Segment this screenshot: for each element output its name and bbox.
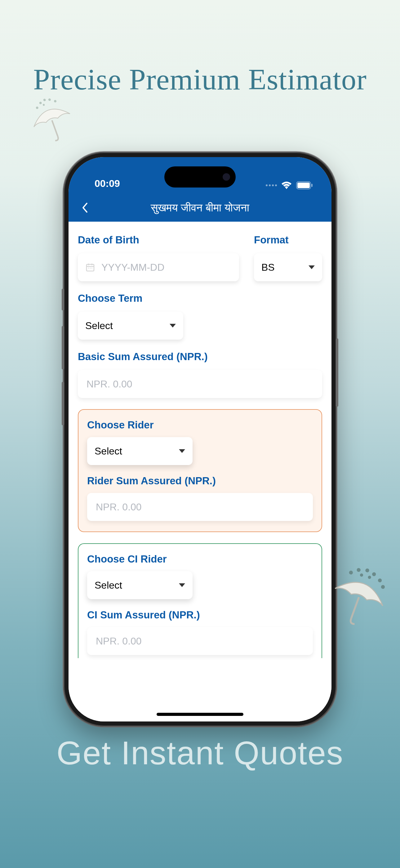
wifi-icon bbox=[281, 182, 292, 189]
rider-select[interactable]: Select bbox=[87, 437, 193, 465]
cellular-signal-icon bbox=[266, 184, 277, 186]
rider-sum-label: Rider Sum Assured (NPR.) bbox=[87, 475, 313, 487]
ci-rider-card: Choose CI Rider Select CI Sum Assured (N… bbox=[78, 543, 322, 658]
term-label: Choose Term bbox=[78, 292, 322, 304]
umbrella-decoration-icon bbox=[21, 89, 83, 151]
ci-sum-input[interactable]: NPR. 0.00 bbox=[87, 627, 313, 655]
status-time: 00:09 bbox=[85, 178, 120, 189]
rider-card: Choose Rider Select Rider Sum Assured (N… bbox=[78, 409, 322, 532]
svg-point-20 bbox=[365, 568, 370, 573]
phone-side-button bbox=[336, 338, 338, 407]
term-value: Select bbox=[85, 320, 113, 332]
format-label: Format bbox=[254, 234, 322, 246]
phone-frame: 00:09 सुखमय bbox=[64, 152, 336, 726]
rider-sum-input[interactable]: NPR. 0.00 bbox=[87, 493, 313, 521]
ci-rider-value: Select bbox=[95, 580, 122, 591]
back-button[interactable] bbox=[78, 201, 92, 215]
battery-icon bbox=[296, 181, 313, 189]
chevron-left-icon bbox=[81, 202, 88, 213]
svg-line-0 bbox=[52, 120, 58, 136]
format-select[interactable]: BS bbox=[254, 253, 322, 281]
svg-point-6 bbox=[42, 104, 45, 106]
marketing-footer: Get Instant Quotes bbox=[0, 734, 400, 772]
chevron-down-icon bbox=[179, 583, 185, 587]
basic-sum-placeholder: NPR. 0.00 bbox=[87, 378, 132, 390]
chevron-down-icon bbox=[179, 449, 185, 453]
rider-value: Select bbox=[95, 445, 122, 457]
home-indicator[interactable] bbox=[157, 713, 243, 716]
phone-screen: 00:09 सुखमय bbox=[69, 157, 331, 721]
form-content: Date of Birth YYYY-MM-DD Format bbox=[69, 222, 331, 721]
svg-rect-9 bbox=[311, 184, 312, 187]
nav-header: सुखमय जीवन बीमा योजना bbox=[69, 194, 331, 222]
dynamic-island bbox=[164, 166, 236, 187]
format-value: BS bbox=[261, 262, 275, 273]
svg-rect-8 bbox=[297, 183, 310, 188]
svg-point-14 bbox=[88, 268, 89, 269]
term-select[interactable]: Select bbox=[78, 312, 183, 340]
svg-point-18 bbox=[348, 570, 354, 575]
page-title: सुखमय जीवन बीमा योजना bbox=[151, 202, 249, 214]
dob-label: Date of Birth bbox=[78, 234, 239, 246]
svg-point-1 bbox=[36, 106, 39, 109]
svg-point-3 bbox=[43, 98, 46, 101]
phone-side-button bbox=[62, 326, 64, 369]
ci-rider-select[interactable]: Select bbox=[87, 571, 193, 599]
ci-sum-label: CI Sum Assured (NPR.) bbox=[87, 609, 313, 621]
phone-side-button bbox=[62, 382, 64, 425]
dob-input[interactable]: YYYY-MM-DD bbox=[78, 253, 239, 281]
rider-label: Choose Rider bbox=[87, 419, 313, 431]
ci-sum-placeholder: NPR. 0.00 bbox=[96, 636, 142, 647]
calendar-icon bbox=[85, 262, 95, 272]
svg-point-25 bbox=[367, 575, 371, 579]
svg-point-21 bbox=[371, 572, 376, 577]
basic-sum-input[interactable]: NPR. 0.00 bbox=[78, 370, 322, 398]
basic-sum-label: Basic Sum Assured (NPR.) bbox=[78, 351, 322, 363]
svg-point-15 bbox=[90, 268, 91, 269]
svg-point-19 bbox=[356, 567, 361, 572]
svg-point-24 bbox=[359, 573, 363, 577]
phone-side-button bbox=[62, 289, 64, 310]
svg-point-16 bbox=[92, 268, 92, 269]
ci-rider-label: Choose CI Rider bbox=[87, 553, 313, 565]
status-icons bbox=[266, 181, 315, 189]
svg-point-5 bbox=[54, 100, 57, 103]
chevron-down-icon bbox=[308, 266, 315, 269]
rider-sum-placeholder: NPR. 0.00 bbox=[96, 501, 142, 513]
svg-point-23 bbox=[380, 585, 386, 590]
svg-line-17 bbox=[351, 597, 359, 618]
dob-placeholder: YYYY-MM-DD bbox=[101, 262, 164, 273]
svg-point-4 bbox=[48, 98, 51, 101]
svg-point-2 bbox=[39, 101, 42, 104]
svg-point-22 bbox=[377, 578, 382, 583]
chevron-down-icon bbox=[170, 324, 176, 328]
